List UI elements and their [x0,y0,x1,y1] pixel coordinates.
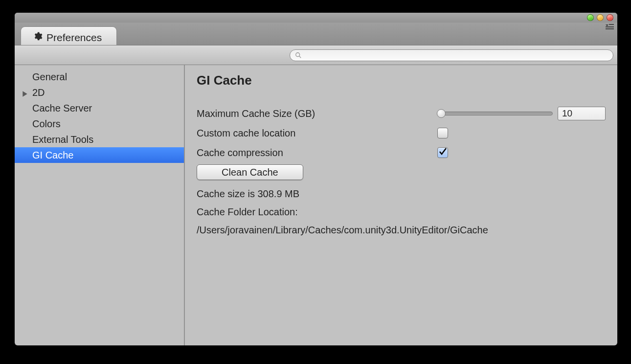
gear-icon [33,31,43,44]
search-input[interactable] [305,51,608,59]
svg-point-3 [296,52,300,56]
minimize-button[interactable] [587,14,594,21]
slider-thumb[interactable] [437,109,446,118]
content-panel: GI Cache Maximum Cache Size (GB) 10 Cust [185,65,617,345]
row-max-cache: Maximum Cache Size (GB) 10 [197,104,606,123]
sidebar-item-colors[interactable]: Colors [15,116,184,132]
sidebar-item-gi-cache[interactable]: GI Cache [15,147,184,163]
sidebar-item-cache-server[interactable]: Cache Server [15,100,184,116]
sidebar-item-label: 2D [32,87,45,98]
clean-cache-button[interactable]: Clean Cache [197,164,303,180]
svg-rect-2 [606,28,614,29]
tab-title: Preferences [46,32,102,44]
info-block: Cache size is 308.9 MB Cache Folder Loca… [197,185,606,239]
folder-location-label: Cache Folder Location: [197,203,606,221]
row-clean-button: Clean Cache [197,162,606,182]
folder-location-path: /Users/joravainen/Library/Caches/com.uni… [197,221,606,239]
page-title: GI Cache [197,73,606,88]
custom-location-label: Custom cache location [197,128,437,139]
sidebar-item-label: Cache Server [32,103,92,114]
checkmark-icon [438,147,447,159]
traffic-lights [587,14,613,21]
sidebar-item-2d[interactable]: 2D [15,85,184,100]
zoom-button[interactable] [597,14,604,21]
max-cache-slider[interactable]: 10 [437,107,606,120]
max-cache-label: Maximum Cache Size (GB) [197,108,437,119]
row-compression: Cache compression [197,143,606,162]
search-box[interactable] [290,49,613,61]
slider-track[interactable] [437,112,553,115]
clean-cache-label: Clean Cache [222,167,278,178]
titlebar [15,13,617,23]
cache-size-text: Cache size is 308.9 MB [197,185,606,203]
panel-options-icon[interactable] [604,23,614,30]
sidebar-item-label: GI Cache [32,150,73,161]
close-button[interactable] [607,14,613,21]
max-cache-value-input[interactable]: 10 [558,107,606,120]
body: General 2D Cache Server Colors External … [15,65,617,345]
svg-line-4 [299,56,301,58]
compression-label: Cache compression [197,147,437,159]
preferences-window: Preferences General 2D Cache Server [15,13,617,345]
sidebar-item-label: General [32,71,67,83]
sidebar-item-general[interactable]: General [15,69,184,85]
search-row [15,46,617,65]
chevron-right-icon [22,89,28,95]
max-cache-value: 10 [562,108,572,119]
tab-row: Preferences [15,23,617,46]
svg-rect-1 [606,26,614,27]
row-custom-location: Custom cache location [197,123,606,143]
sidebar: General 2D Cache Server Colors External … [15,65,185,345]
sidebar-item-label: External Tools [32,134,93,145]
tab-preferences[interactable]: Preferences [21,26,117,45]
sidebar-item-external-tools[interactable]: External Tools [15,132,184,147]
custom-location-checkbox[interactable] [437,128,448,138]
search-icon [295,50,305,61]
sidebar-item-label: Colors [32,118,61,130]
svg-rect-0 [609,24,614,25]
compression-checkbox[interactable] [437,147,448,158]
